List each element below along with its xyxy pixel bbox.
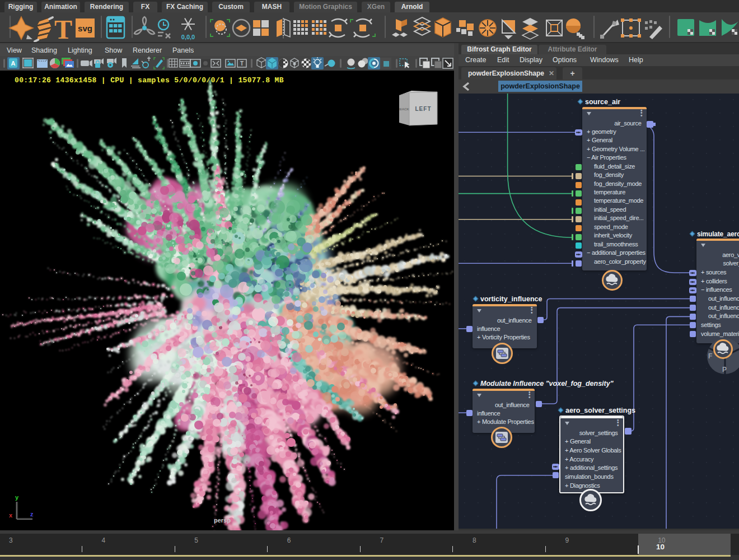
svg-text:LEFT: LEFT: [415, 106, 432, 112]
svg-text:T: T: [240, 60, 244, 67]
svg-text:0,0,0: 0,0,0: [181, 34, 195, 40]
svg-text:T: T: [54, 15, 72, 42]
svg-text:y: y: [15, 494, 19, 501]
svg-text:svg: svg: [78, 24, 92, 33]
svg-text:BACK: BACK: [399, 108, 409, 111]
svg-text:F: F: [708, 352, 712, 360]
svg-text:z: z: [30, 511, 34, 517]
svg-text:x: x: [9, 512, 13, 519]
svg-text:P: P: [722, 366, 727, 374]
svg-text:A: A: [11, 60, 16, 67]
